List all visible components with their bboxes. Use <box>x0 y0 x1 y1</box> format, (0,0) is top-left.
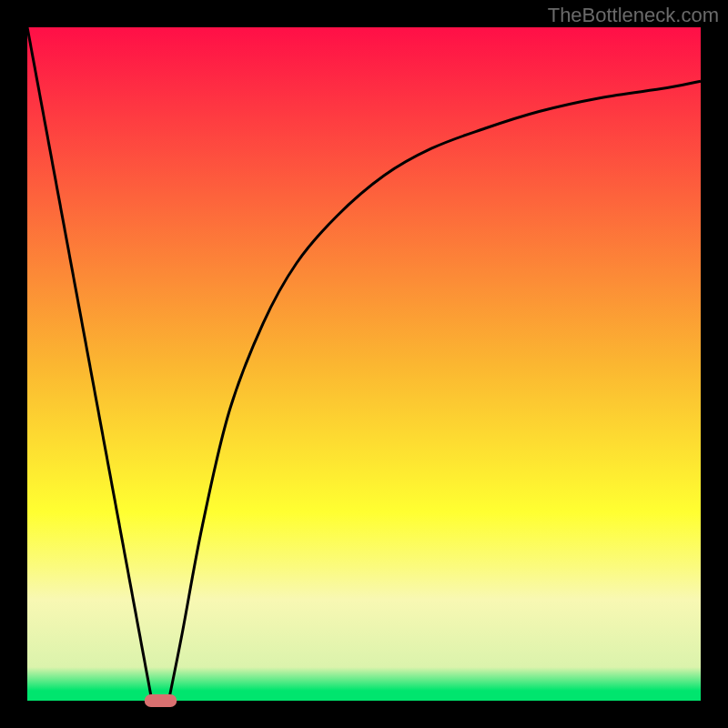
watermark-text: TheBottleneck.com <box>548 4 719 27</box>
chart-container: TheBottleneck.com <box>0 0 728 728</box>
chart-svg <box>0 0 728 728</box>
plot-background <box>27 27 701 701</box>
minimum-marker <box>145 694 177 707</box>
